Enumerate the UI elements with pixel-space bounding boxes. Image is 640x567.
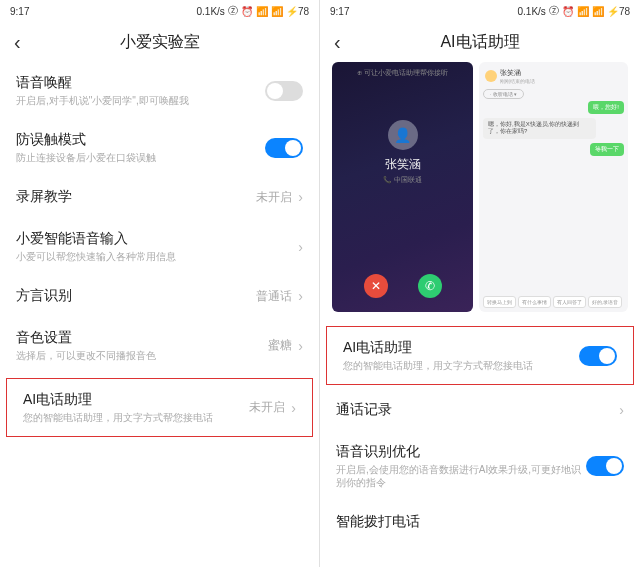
status-bar: 9:17 0.1K/s ⓩ ⏰ 📶 📶 ⚡78 <box>0 0 319 22</box>
alarm-icon: ⏰ <box>241 6 253 17</box>
quick-replies: 转换马上到 有什么事情 有人回答了 好的,录语音 <box>483 296 624 308</box>
page-title: AI电话助理 <box>334 32 626 53</box>
signal-icon: 📶 <box>256 6 268 17</box>
dnd-icon: ⓩ <box>228 4 238 18</box>
chevron-right-icon: › <box>298 189 303 205</box>
settings-list: AI电话助理您的智能电话助理，用文字方式帮您接电话 通话记录 › 语音识别优化开… <box>320 322 640 567</box>
label: 音色设置 <box>16 329 268 347</box>
preview-area: ⊕ 可让小爱电话助理帮你接听 👤 张笑涵 📞 中国联通 ✕ ✆ 张笑涵 刚刚结束… <box>320 62 640 322</box>
incoming-call-preview: ⊕ 可让小爱电话助理帮你接听 👤 张笑涵 📞 中国联通 ✕ ✆ <box>332 62 473 312</box>
accept-button[interactable]: ✆ <box>418 274 442 298</box>
label: AI电话助理 <box>343 339 579 357</box>
status-right: 0.1K/s ⓩ ⏰ 📶 📶 ⚡78 <box>197 4 309 18</box>
chevron-right-icon: › <box>298 239 303 255</box>
desc: 选择后，可以更改不同播报音色 <box>16 349 268 362</box>
desc: 您的智能电话助理，用文字方式帮您接电话 <box>343 359 579 372</box>
caller-sub: 📞 中国联通 <box>383 175 422 185</box>
row-voice-input[interactable]: 小爱智能语音输入小爱可以帮您快速输入各种常用信息 › <box>0 218 319 275</box>
label: 方言识别 <box>16 287 256 305</box>
row-screen-record[interactable]: 录屏教学 未开启 › <box>0 176 319 218</box>
label: 小爱智能语音输入 <box>16 230 298 248</box>
quick-reply[interactable]: 转换马上到 <box>483 296 516 308</box>
status-time: 9:17 <box>10 6 29 17</box>
row-dialect[interactable]: 方言识别 普通话 › <box>0 275 319 317</box>
chevron-right-icon: › <box>619 402 624 418</box>
label: 录屏教学 <box>16 188 256 206</box>
battery-icon: ⚡78 <box>607 6 630 17</box>
label: 智能拨打电话 <box>336 513 624 531</box>
status-bar: 9:17 0.1K/s ⓩ ⏰ 📶 📶 ⚡78 <box>320 0 640 22</box>
toggle[interactable] <box>265 138 303 158</box>
header: ‹ AI电话助理 <box>320 22 640 62</box>
toggle[interactable] <box>265 81 303 101</box>
row-ai-phone-assistant[interactable]: AI电话助理您的智能电话助理，用文字方式帮您接电话 未开启 › <box>6 378 313 437</box>
quick-reply[interactable]: 有什么事情 <box>518 296 551 308</box>
label: 防误触模式 <box>16 131 265 149</box>
alarm-icon: ⏰ <box>562 6 574 17</box>
row-smart-dial[interactable]: 智能拨打电话 <box>320 501 640 531</box>
listen-pill[interactable]: · 收听电话 ▾ <box>483 89 524 99</box>
value: 普通话 <box>256 288 292 305</box>
bubble: 嗯，你好,我是X快递员,你的快递到了，你在家吗? <box>483 118 596 138</box>
row-ai-phone-assistant[interactable]: AI电话助理您的智能电话助理，用文字方式帮您接电话 <box>326 326 634 385</box>
chevron-right-icon: › <box>291 400 296 416</box>
signal2-icon: 📶 <box>271 6 283 17</box>
chat-preview: 张笑涵 刚刚结束的电话 · 收听电话 ▾ 喂，您好! 嗯，你好,我是X快递员,你… <box>479 62 628 312</box>
row-voice-wake[interactable]: 语音唤醒开启后,对手机说"小爱同学",即可唤醒我 <box>0 62 319 119</box>
avatar-icon: 👤 <box>388 120 418 150</box>
row-anti-touch[interactable]: 防误触模式防止连接设备后小爱在口袋误触 <box>0 119 319 176</box>
settings-list: 语音唤醒开启后,对手机说"小爱同学",即可唤醒我 防误触模式防止连接设备后小爱在… <box>0 62 319 567</box>
signal2-icon: 📶 <box>592 6 604 17</box>
desc: 开启后,会使用您的语音数据进行AI效果升级,可更好地识别你的指令 <box>336 463 586 489</box>
header: ‹ 小爱实验室 <box>0 22 319 62</box>
status-right: 0.1K/s ⓩ ⏰ 📶 📶 ⚡78 <box>518 4 630 18</box>
decline-button[interactable]: ✕ <box>364 274 388 298</box>
value: 蜜糖 <box>268 337 292 354</box>
dnd-icon: ⓩ <box>549 4 559 18</box>
caller-name: 张笑涵 <box>385 156 421 173</box>
desc: 您的智能电话助理，用文字方式帮您接电话 <box>23 411 249 424</box>
right-phone: 9:17 0.1K/s ⓩ ⏰ 📶 📶 ⚡78 ‹ AI电话助理 ⊕ 可让小爱电… <box>320 0 640 567</box>
bubble: 喂，您好! <box>588 101 624 114</box>
battery-icon: ⚡78 <box>286 6 309 17</box>
call-hint: ⊕ 可让小爱电话助理帮你接听 <box>332 62 473 84</box>
status-time: 9:17 <box>330 6 349 17</box>
net-speed: 0.1K/s <box>518 6 546 17</box>
value: 未开启 <box>256 189 292 206</box>
desc: 小爱可以帮您快速输入各种常用信息 <box>16 250 298 263</box>
toggle[interactable] <box>586 456 624 476</box>
chat-sub: 刚刚结束的电话 <box>500 78 535 84</box>
row-voice-optimize[interactable]: 语音识别优化开启后,会使用您的语音数据进行AI效果升级,可更好地识别你的指令 <box>320 431 640 501</box>
label: 语音识别优化 <box>336 443 586 461</box>
bubble: 等我一下 <box>590 143 624 156</box>
label: AI电话助理 <box>23 391 249 409</box>
chat-name: 张笑涵 <box>500 68 535 78</box>
chat-avatar-icon <box>485 70 497 82</box>
desc: 防止连接设备后小爱在口袋误触 <box>16 151 265 164</box>
left-phone: 9:17 0.1K/s ⓩ ⏰ 📶 📶 ⚡78 ‹ 小爱实验室 语音唤醒开启后,… <box>0 0 320 567</box>
chevron-right-icon: › <box>298 288 303 304</box>
row-tone[interactable]: 音色设置选择后，可以更改不同播报音色 蜜糖 › <box>0 317 319 374</box>
quick-reply[interactable]: 好的,录语音 <box>588 296 622 308</box>
net-speed: 0.1K/s <box>197 6 225 17</box>
desc: 开启后,对手机说"小爱同学",即可唤醒我 <box>16 94 265 107</box>
chevron-right-icon: › <box>298 338 303 354</box>
page-title: 小爱实验室 <box>14 32 305 53</box>
value: 未开启 <box>249 399 285 416</box>
label: 语音唤醒 <box>16 74 265 92</box>
toggle[interactable] <box>579 346 617 366</box>
quick-reply[interactable]: 有人回答了 <box>553 296 586 308</box>
signal-icon: 📶 <box>577 6 589 17</box>
row-call-log[interactable]: 通话记录 › <box>320 389 640 431</box>
label: 通话记录 <box>336 401 619 419</box>
